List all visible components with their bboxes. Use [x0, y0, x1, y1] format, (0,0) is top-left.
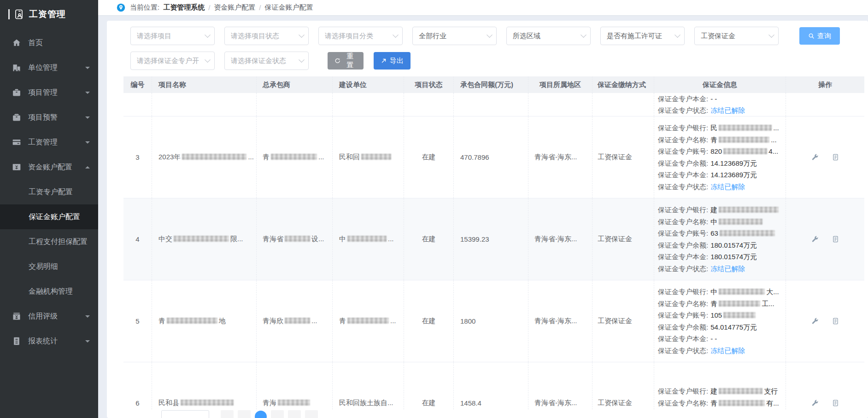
pagination-page-size-select[interactable]	[161, 410, 209, 418]
chevron-down-icon	[299, 57, 305, 63]
yuan-doc-icon	[12, 312, 21, 321]
cell-method: 工资保证金	[592, 116, 654, 198]
sidebar-item-wage[interactable]: 工资管理	[0, 130, 98, 155]
sidebar-item-projects[interactable]: 项目管理	[0, 80, 98, 105]
chevron-down-icon	[299, 32, 305, 38]
breadcrumb-level2[interactable]: 保证金账户配置	[265, 3, 313, 12]
col-header-amount: 承包合同额(万元)	[454, 76, 528, 93]
cell-contractor: 青海欣...	[257, 280, 333, 362]
col-header-method: 保证金缴纳方式	[592, 76, 654, 93]
pagination-page-button[interactable]	[271, 410, 284, 418]
deposit-info-cell: 保证金专户本金:- - 保证金专户状态:冻结已解除	[654, 93, 786, 116]
select-project[interactable]: 请选择项目	[130, 27, 215, 45]
table-row-4: 4 中交限... 青海省设... 中... 在建 15399.23 青海省-海东…	[123, 198, 864, 280]
cell-no: 6	[123, 362, 152, 410]
select-project-status[interactable]: 请选择项目状态	[224, 27, 309, 45]
pagination-page-button[interactable]	[288, 410, 301, 418]
export-arrow-icon	[381, 58, 387, 64]
yuan-card-icon	[12, 163, 21, 172]
col-header-operations: 操作	[786, 76, 864, 93]
select-project-category[interactable]: 请选择项目分类	[318, 27, 403, 45]
detail-doc-icon[interactable]	[832, 399, 839, 407]
sidebar-subitem-wage-account-config[interactable]: 工资专户配置	[0, 180, 98, 204]
chevron-down-icon	[85, 92, 90, 94]
select-region[interactable]: 所选区域	[506, 27, 591, 45]
detail-doc-icon[interactable]	[832, 317, 839, 325]
reset-button[interactable]: 重置	[328, 52, 364, 70]
location-pin-icon	[117, 3, 125, 12]
breadcrumb-bar: 当前位置: 工资管理系统 / 资金账户配置 / 保证金账户配置	[98, 0, 868, 15]
wrench-icon[interactable]	[811, 399, 819, 407]
sidebar-subitem-transaction-detail[interactable]: 交易明细	[0, 254, 98, 279]
cell-operations	[786, 116, 864, 198]
breadcrumb: 当前位置: 工资管理系统 / 资金账户配置 / 保证金账户配置	[130, 3, 313, 12]
sidebar-item-credit-rating[interactable]: 信用评级	[0, 304, 98, 329]
status-link[interactable]: 冻结已解除	[710, 106, 745, 114]
col-header-region: 项目所属地区	[528, 76, 592, 93]
search-icon	[808, 33, 815, 39]
select-deposit-status[interactable]: 请选择保证金状态	[224, 52, 309, 70]
cell-region: 青海省-海东...	[528, 116, 592, 198]
filter-row-2: 请选择保证金专户开 请选择保证金状态 重置 导出	[130, 52, 411, 70]
deposit-info-cell: 保证金专户银行:建支行 保证金专户名称:青有... 保证金专户账号:630700…	[654, 362, 786, 410]
chevron-down-icon	[85, 340, 90, 343]
archive-box-icon	[12, 113, 21, 122]
cell-amount: 470.7896	[454, 116, 528, 198]
table-row-6: 6 民和县 青海 民和回族土族自... 在建 1458.4 青海省-海东... …	[123, 362, 864, 410]
table-header-row: 编号 项目名称 总承包商 建设单位 项目状态 承包合同额(万元) 项目所属地区 …	[123, 76, 864, 93]
breadcrumb-level1[interactable]: 资金账户配置	[214, 3, 255, 12]
cell-operations	[786, 280, 864, 362]
sidebar-subitem-deposit-account-config[interactable]: 保证金账户配置	[0, 204, 98, 229]
wrench-icon[interactable]	[811, 153, 819, 161]
sidebar-item-report-statistics[interactable]: 报表统计	[0, 329, 98, 354]
pagination	[161, 410, 318, 418]
select-deposit-account-bank[interactable]: 请选择保证金专户开	[130, 52, 215, 70]
search-button[interactable]: 查询	[799, 27, 840, 45]
select-construction-permit[interactable]: 是否有施工许可证	[600, 27, 685, 45]
col-header-deposit-info: 保证金信息	[654, 76, 786, 93]
col-header-contractor: 总承包商	[257, 76, 333, 93]
detail-doc-icon[interactable]	[832, 235, 839, 243]
sidebar-item-home[interactable]: 首页	[0, 30, 98, 55]
cell-no: 5	[123, 280, 152, 362]
sidebar-subitem-financial-institution[interactable]: 金融机构管理	[0, 279, 98, 304]
chevron-down-icon	[487, 32, 493, 38]
cell-project-name: 中交限...	[152, 198, 257, 280]
wrench-icon[interactable]	[811, 317, 819, 325]
export-button[interactable]: 导出	[374, 52, 411, 70]
logo-bar-icon	[8, 9, 10, 19]
home-icon	[12, 38, 21, 47]
wrench-icon[interactable]	[811, 235, 819, 243]
cell-status: 在建	[404, 362, 454, 410]
sidebar-subitem-payment-guarantee-config[interactable]: 工程支付担保配置	[0, 229, 98, 254]
cell-project-name: 青地	[152, 280, 257, 362]
select-deposit-type[interactable]: 工资保证金	[694, 27, 779, 45]
pagination-prev-button[interactable]	[221, 410, 234, 418]
sidebar-item-fund-accounts[interactable]: 资金账户配置	[0, 155, 98, 180]
chevron-down-icon	[674, 32, 680, 38]
pagination-page-button[interactable]	[238, 410, 251, 418]
breadcrumb-root[interactable]: 工资管理系统	[163, 3, 205, 12]
chevron-down-icon	[581, 32, 586, 38]
status-link[interactable]: 冻结已解除	[710, 183, 745, 191]
select-industry[interactable]: 全部行业	[412, 27, 497, 45]
sidebar-item-units[interactable]: 单位管理	[0, 55, 98, 80]
col-header-builder: 建设单位	[333, 76, 404, 93]
project-box-icon	[12, 88, 21, 97]
sidebar-item-project-warning[interactable]: 项目预警	[0, 105, 98, 130]
cell-amount: 15399.23	[454, 198, 528, 280]
cell-contractor: 青海省设...	[257, 198, 333, 280]
cell-method: 工资保证金	[592, 198, 654, 280]
cell-builder: 中...	[333, 198, 404, 280]
pagination-active-page[interactable]	[255, 411, 267, 418]
pagination-next-button[interactable]	[305, 410, 318, 418]
detail-doc-icon[interactable]	[832, 153, 839, 161]
status-link[interactable]: 冻结已解除	[710, 347, 745, 354]
status-link[interactable]: 冻结已解除	[710, 265, 745, 273]
sidebar-menu: 首页 单位管理 项目管理 项目预警 工资管理 资金账户配置 工资专户	[0, 29, 98, 354]
table-row-3: 3 2023年... 青... 民和回 在建 470.7896 青海省-海东..…	[123, 116, 864, 198]
cell-no: 4	[123, 198, 152, 280]
content-card: 请选择项目 请选择项目状态 请选择项目分类 全部行业 所选区域 是否有施工许可证…	[107, 21, 868, 418]
cell-method: 工资保证金	[592, 280, 654, 362]
table-body: 保证金专户本金:- - 保证金专户状态:冻结已解除 3 2023年... 青..…	[123, 93, 864, 410]
